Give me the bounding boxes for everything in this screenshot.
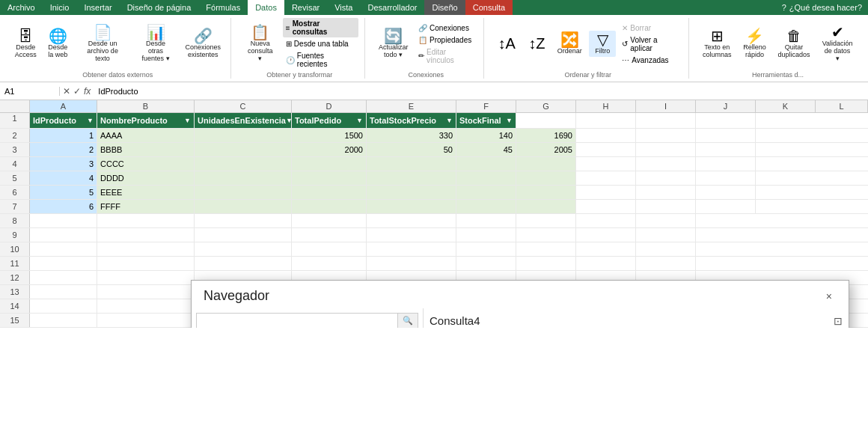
header-cell-j1[interactable] (696, 113, 756, 128)
btn-ordenar-az[interactable]: ↕A (493, 34, 520, 53)
btn-desde-archivo[interactable]: 📄 Desde unarchivo de texto (75, 23, 130, 64)
cell-c9[interactable] (195, 228, 292, 242)
cell-b15[interactable] (97, 314, 195, 327)
cell-g5[interactable] (516, 171, 576, 185)
btn-desde-tabla[interactable]: ⊞ Desde una tabla (283, 38, 358, 49)
cell-e6[interactable] (367, 186, 456, 199)
btn-borrar[interactable]: ✕ Borrar (619, 22, 682, 34)
tab-diseno[interactable]: Diseño (424, 0, 465, 15)
col-header-h[interactable]: H (576, 100, 636, 112)
cell-h11[interactable] (576, 257, 636, 270)
cell-j5[interactable] (696, 171, 756, 185)
search-input[interactable] (197, 314, 397, 328)
cell-b5[interactable]: DDDD (97, 171, 195, 185)
cell-d4[interactable] (292, 157, 367, 171)
cell-b13[interactable] (97, 285, 195, 299)
confirm-icon[interactable]: ✓ (73, 86, 81, 97)
cell-c2[interactable] (195, 129, 292, 142)
btn-desde-access[interactable]: 🗄 DesdeAccess (10, 27, 40, 61)
tab-datos[interactable]: Datos (248, 0, 284, 15)
cell-a9[interactable] (30, 228, 97, 242)
tab-consulta[interactable]: Consulta (465, 0, 513, 15)
cell-d6[interactable] (292, 186, 367, 199)
cell-b14[interactable] (97, 299, 195, 313)
cell-i6[interactable] (636, 186, 696, 199)
cell-f2[interactable]: 140 (456, 129, 516, 142)
tab-archivo[interactable]: Archivo (0, 0, 43, 15)
cell-b2[interactable]: AAAA (97, 129, 195, 142)
tab-insertar[interactable]: Insertar (76, 0, 119, 15)
cell-d2[interactable]: 1500 (292, 129, 367, 142)
cell-b8[interactable] (97, 214, 195, 227)
filter-icon-d1[interactable]: ▼ (356, 114, 363, 127)
btn-ordenar[interactable]: 🔀 Ordenar (553, 31, 586, 57)
btn-desde-web[interactable]: 🌐 Desdela web (43, 27, 72, 61)
col-header-g[interactable]: G (516, 100, 576, 112)
cell-h2[interactable] (576, 129, 636, 142)
cell-e10[interactable] (367, 242, 456, 256)
cell-a2[interactable]: 1 (30, 129, 97, 142)
filter-icon-c1[interactable]: ▼ (286, 114, 292, 127)
cell-h6[interactable] (576, 186, 636, 199)
header-cell-c1[interactable]: UnidadesEnExistencia ▼ (195, 113, 292, 128)
tab-formulas[interactable]: Fórmulas (198, 0, 248, 15)
btn-fuentes-recientes[interactable]: 🕐 Fuentes recientes (283, 50, 358, 70)
btn-editar-vinculos[interactable]: ✏ Editar vínculos (415, 46, 477, 66)
btn-ordenar-za[interactable]: ↕Z (523, 34, 550, 53)
cell-f11[interactable] (456, 257, 516, 270)
dialog-close-button[interactable]: × (822, 289, 837, 304)
cell-b11[interactable] (97, 257, 195, 270)
cell-g7[interactable] (516, 200, 576, 213)
header-cell-i1[interactable] (636, 113, 696, 128)
cell-d7[interactable] (292, 200, 367, 213)
cell-h7[interactable] (576, 200, 636, 213)
preview-expand-icon[interactable]: ⊡ (834, 315, 843, 327)
cell-e11[interactable] (367, 257, 456, 270)
cell-f7[interactable] (456, 200, 516, 213)
cell-h10[interactable] (576, 242, 636, 256)
cell-j4[interactable] (696, 157, 756, 171)
cell-f6[interactable] (456, 186, 516, 199)
btn-conexiones[interactable]: 🔗 Conexiones (415, 22, 477, 34)
cell-g8[interactable] (516, 214, 576, 227)
btn-volver-aplicar[interactable]: ↺ Volver a aplicar (619, 34, 682, 54)
btn-filtro[interactable]: ▽ Filtro (589, 31, 616, 57)
header-cell-e1[interactable]: TotalStockPrecio ▼ (367, 113, 456, 128)
cell-f9[interactable] (456, 228, 516, 242)
cell-a11[interactable] (30, 257, 97, 270)
cell-f4[interactable] (456, 157, 516, 171)
tab-revisar[interactable]: Revisar (284, 0, 327, 15)
cell-b10[interactable] (97, 242, 195, 256)
cell-j6[interactable] (696, 186, 756, 199)
cell-d5[interactable] (292, 171, 367, 185)
cell-b4[interactable]: CCCC (97, 157, 195, 171)
cell-d10[interactable] (292, 242, 367, 256)
tab-inicio[interactable]: Inicio (43, 0, 77, 15)
tab-diseno-pagina[interactable]: Diseño de página (120, 0, 199, 15)
btn-texto-columnas[interactable]: ⊞ Texto encolumnas (698, 27, 736, 61)
btn-quitar-duplicados[interactable]: 🗑 Quitarduplicados (774, 27, 815, 61)
cell-a7[interactable]: 6 (30, 200, 97, 213)
cell-b6[interactable]: EEEE (97, 186, 195, 199)
cell-f8[interactable] (456, 214, 516, 227)
cell-c8[interactable] (195, 214, 292, 227)
cell-a4[interactable]: 3 (30, 157, 97, 171)
cell-i7[interactable] (636, 200, 696, 213)
cell-h8[interactable] (576, 214, 636, 227)
cell-b7[interactable]: FFFF (97, 200, 195, 213)
col-header-e[interactable]: E (367, 100, 456, 112)
col-header-j[interactable]: J (696, 100, 756, 112)
search-button[interactable]: 🔍 (397, 314, 418, 328)
function-icon[interactable]: fx (84, 86, 91, 97)
cell-g9[interactable] (516, 228, 576, 242)
cell-e3[interactable]: 50 (367, 143, 456, 156)
header-cell-f1[interactable]: StockFinal ▼ (456, 113, 516, 128)
cell-f5[interactable] (456, 171, 516, 185)
cell-a8[interactable] (30, 214, 97, 227)
cell-g4[interactable] (516, 157, 576, 171)
cell-c6[interactable] (195, 186, 292, 199)
cell-e8[interactable] (367, 214, 456, 227)
btn-propiedades[interactable]: 📋 Propiedades (415, 34, 477, 46)
header-cell-a1[interactable]: IdProducto ▼ (30, 113, 97, 128)
cell-g10[interactable] (516, 242, 576, 256)
